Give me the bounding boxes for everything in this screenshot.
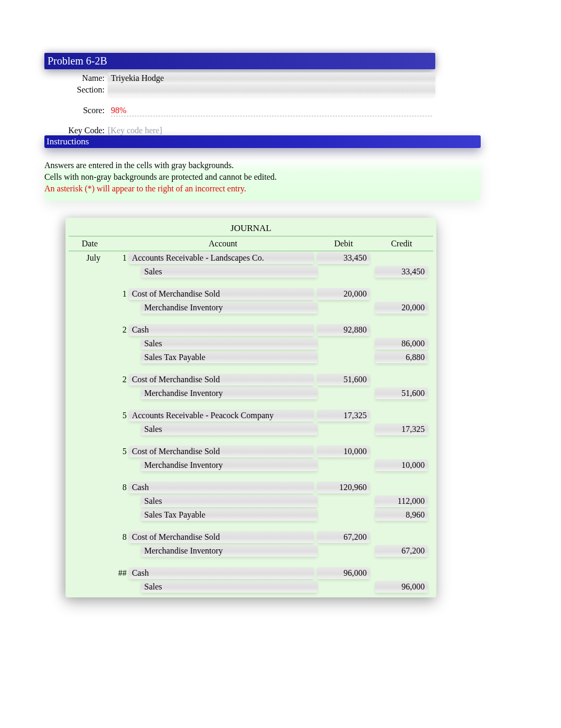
journal-row: Sales96,000 [69, 580, 433, 593]
day-cell: 8 [111, 532, 129, 542]
keycode-input[interactable]: [Key code here] [108, 126, 162, 135]
account-input[interactable]: Cost of Merchandise Sold [129, 288, 314, 300]
credit-input[interactable]: 67,200 [375, 545, 428, 557]
day-cell: 1 [111, 253, 129, 263]
credit-input[interactable]: 86,000 [375, 338, 428, 349]
instructions-bar: Instructions [44, 135, 481, 148]
score-rule [111, 116, 432, 116]
journal-row: Sales Tax Payable6,880 [69, 351, 433, 364]
journal-entry: ##Cash96,000Sales96,000 [69, 567, 433, 593]
account-input[interactable]: Cash [129, 324, 314, 336]
debit-input[interactable]: 10,000 [317, 446, 370, 457]
account-input[interactable]: Sales Tax Payable [141, 509, 317, 521]
debit-input[interactable]: 20,000 [317, 288, 370, 300]
info-block: Name: Triyekia Hodge Section: Score: 98%… [44, 72, 435, 135]
section-label: Section: [44, 85, 108, 95]
journal-row: Merchandise Inventory51,600 [69, 387, 433, 400]
credit-input[interactable]: 17,325 [375, 423, 428, 435]
debit-input[interactable]: 17,325 [317, 410, 370, 421]
problem-title-bar: Problem 6-2B [44, 53, 435, 69]
journal-entry: 2Cash92,880Sales86,000Sales Tax Payable6… [69, 324, 433, 364]
journal-row: 5Cost of Merchandise Sold10,000 [69, 445, 433, 458]
account-input[interactable]: Sales [141, 495, 317, 507]
debit-input[interactable]: 51,600 [317, 374, 370, 385]
account-input[interactable]: Sales Tax Payable [141, 352, 317, 363]
instructions-line-2: Cells with non-gray backgrounds are prot… [44, 171, 481, 183]
journal-row: 2Cash92,880 [69, 324, 433, 336]
account-input[interactable]: Merchandise Inventory [141, 545, 317, 557]
journal-row: Sales112,000 [69, 495, 433, 508]
account-input[interactable]: Cost of Merchandise Sold [129, 531, 314, 543]
account-input[interactable]: Accounts Receivable - Landscapes Co. [129, 252, 314, 264]
account-input[interactable]: Sales [141, 581, 317, 593]
credit-input[interactable]: 33,450 [375, 266, 428, 278]
journal-title: JOURNAL [69, 223, 433, 234]
account-input[interactable]: Cash [129, 482, 314, 493]
instructions-title: Instructions [46, 136, 89, 146]
col-account: Account [129, 239, 317, 248]
instructions-line-3: An asterisk (*) will appear to the right… [44, 183, 481, 195]
journal-row: Merchandise Inventory20,000 [69, 301, 433, 314]
credit-input[interactable]: 10,000 [375, 459, 428, 471]
journal-entry: July1Accounts Receivable - Landscapes Co… [69, 252, 433, 278]
account-input[interactable]: Sales [141, 423, 317, 435]
debit-input[interactable]: 67,200 [317, 531, 370, 543]
debit-input[interactable]: 33,450 [317, 252, 370, 264]
journal-body: July1Accounts Receivable - Landscapes Co… [69, 252, 433, 593]
credit-input[interactable]: 51,600 [375, 388, 428, 399]
journal-panel: JOURNAL Date Account Debit Credit July1A… [66, 218, 436, 597]
journal-row: ##Cash96,000 [69, 567, 433, 579]
journal-row: Sales33,450 [69, 265, 433, 278]
col-credit: Credit [375, 239, 433, 248]
account-input[interactable]: Merchandise Inventory [141, 459, 317, 471]
journal-entry: 5Cost of Merchandise Sold10,000Merchandi… [69, 445, 433, 472]
month-cell: July [69, 253, 111, 263]
name-input[interactable]: Triyekia Hodge [108, 72, 435, 84]
journal-row: Sales Tax Payable8,960 [69, 509, 433, 521]
day-cell: 8 [111, 483, 129, 492]
account-input[interactable]: Sales [141, 338, 317, 349]
day-cell: ## [111, 568, 129, 578]
credit-input[interactable]: 6,880 [375, 352, 428, 363]
debit-input[interactable]: 120,960 [317, 482, 370, 493]
day-cell: 5 [111, 447, 129, 456]
journal-row: Merchandise Inventory67,200 [69, 545, 433, 557]
credit-input[interactable]: 96,000 [375, 581, 428, 593]
score-value: 98% [108, 105, 435, 116]
journal-row: Sales86,000 [69, 337, 433, 350]
section-input[interactable] [108, 84, 435, 96]
account-input[interactable]: Sales [141, 266, 317, 278]
account-input[interactable]: Cost of Merchandise Sold [129, 374, 314, 385]
journal-entry: 8Cost of Merchandise Sold67,200Merchandi… [69, 531, 433, 557]
day-cell: 2 [111, 325, 129, 335]
journal-row: 1Cost of Merchandise Sold20,000 [69, 288, 433, 300]
debit-input[interactable]: 92,880 [317, 324, 370, 336]
day-cell: 1 [111, 289, 129, 299]
account-input[interactable]: Merchandise Inventory [141, 388, 317, 399]
credit-input[interactable]: 20,000 [375, 302, 428, 314]
account-input[interactable]: Cash [129, 567, 314, 579]
col-date: Date [69, 239, 111, 248]
credit-input[interactable]: 112,000 [375, 495, 428, 507]
journal-row: Merchandise Inventory10,000 [69, 459, 433, 472]
col-debit: Debit [317, 239, 376, 248]
account-input[interactable]: Merchandise Inventory [141, 302, 317, 314]
journal-entry: 1Cost of Merchandise Sold20,000Merchandi… [69, 288, 433, 314]
instructions-panel: Answers are entered in the cells with gr… [44, 160, 481, 201]
journal-entry: 8Cash120,960Sales112,000Sales Tax Payabl… [69, 481, 433, 521]
journal-row: 2Cost of Merchandise Sold51,600 [69, 373, 433, 386]
account-input[interactable]: Accounts Receivable - Peacock Company [129, 410, 314, 421]
keycode-label: Key Code: [44, 126, 108, 135]
journal-row: 8Cash120,960 [69, 481, 433, 494]
credit-input[interactable]: 8,960 [375, 509, 428, 521]
name-label: Name: [44, 73, 108, 83]
day-cell: 5 [111, 411, 129, 420]
score-label: Score: [44, 106, 108, 115]
journal-row: July1Accounts Receivable - Landscapes Co… [69, 252, 433, 264]
account-input[interactable]: Cost of Merchandise Sold [129, 446, 314, 457]
day-cell: 2 [111, 375, 129, 384]
problem-title: Problem 6-2B [48, 55, 107, 67]
debit-input[interactable]: 96,000 [317, 567, 370, 579]
journal-row: 8Cost of Merchandise Sold67,200 [69, 531, 433, 543]
instructions-line-1: Answers are entered in the cells with gr… [44, 160, 481, 171]
